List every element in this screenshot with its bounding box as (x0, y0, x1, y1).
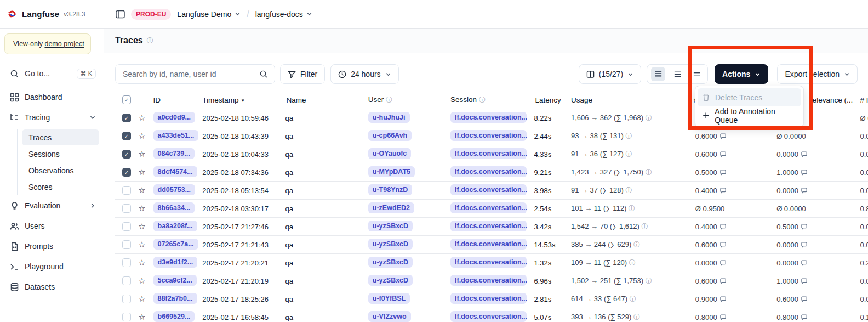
user-badge[interactable]: u-VlZzvwo (368, 311, 411, 322)
user-badge[interactable]: u-MYpDAT5 (368, 166, 415, 177)
sidebar-item-sessions[interactable]: Sessions (22, 146, 99, 162)
trace-id-badge[interactable]: 8b66a34... (153, 202, 195, 213)
session-badge[interactable]: lf.docs.conversation... (450, 239, 527, 250)
select-all-checkbox[interactable]: ✓ (122, 95, 131, 104)
row-checkbox[interactable] (122, 222, 131, 231)
star-icon[interactable]: ☆ (138, 222, 145, 231)
column-header-id[interactable]: ID (153, 91, 201, 109)
trace-id-badge[interactable]: 07265c7a... (153, 239, 198, 250)
row-checkbox[interactable]: ✓ (122, 150, 131, 159)
session-badge[interactable]: lf.docs.conversation... (450, 275, 527, 286)
org-switcher[interactable]: Langfuse Demo (177, 10, 241, 19)
table-row[interactable]: ☆5cca9cf2...2025-02-17 21:20:19qau-yzSBx… (115, 272, 868, 290)
column-header-name[interactable]: Name (281, 91, 363, 109)
row-height-medium-button[interactable] (670, 67, 684, 81)
star-icon[interactable]: ☆ (138, 276, 145, 285)
user-badge[interactable]: u-yzSBxcD (368, 221, 413, 231)
star-icon[interactable]: ☆ (138, 312, 145, 321)
table-row[interactable]: ☆8b66a34...2025-02-18 03:30:17qau-zEwdED… (115, 200, 868, 218)
star-icon[interactable]: ☆ (138, 167, 145, 177)
table-row[interactable]: ☆b669529...2025-02-17 16:58:45qau-VlZzvw… (115, 308, 868, 322)
session-badge[interactable]: lf.docs.conversation... (450, 311, 527, 322)
table-row[interactable]: ☆88f2a7b0...2025-02-17 18:25:26qau-f0YfB… (115, 290, 868, 308)
sidebar-item-evaluation[interactable]: Evaluation (5, 197, 99, 214)
row-checkbox[interactable] (122, 276, 131, 285)
user-badge[interactable]: u-zEwdED2 (368, 202, 414, 213)
sidebar-item-tracing[interactable]: Tracing (5, 109, 99, 126)
row-checkbox[interactable]: ✓ (122, 132, 131, 140)
table-row[interactable]: ☆ba8a208f...2025-02-17 21:27:46qau-yzSBx… (115, 218, 868, 236)
sidebar-item-dashboard[interactable]: Dashboard (5, 89, 99, 105)
sidebar-item-users[interactable]: Users (5, 218, 99, 234)
sidebar-item-observations[interactable]: Observations (22, 162, 99, 178)
table-row[interactable]: ☆d3e9d1f2...2025-02-17 21:20:21qau-yzSBx… (115, 254, 868, 272)
column-visibility-button[interactable]: (15/27) (579, 64, 641, 84)
row-checkbox[interactable] (122, 258, 131, 267)
user-badge[interactable]: u-T98YnzD (368, 184, 413, 195)
search-icon[interactable] (256, 70, 275, 78)
demo-project-link[interactable]: demo project (44, 40, 84, 48)
trace-id-badge[interactable]: 88f2a7b0... (153, 293, 197, 304)
session-badge[interactable]: lf.docs.conversation... (450, 257, 527, 268)
sidebar-item-playground[interactable]: Playground (5, 258, 99, 275)
trace-id-badge[interactable]: a433de51... (153, 130, 198, 141)
sidebar-item-datasets[interactable]: Datasets (5, 279, 99, 295)
column-header-score3[interactable]: # H (857, 91, 868, 109)
row-checkbox[interactable] (122, 204, 131, 213)
trace-id-badge[interactable]: b669529... (153, 311, 195, 322)
trace-id-badge[interactable]: ba8a208f... (153, 221, 197, 231)
export-selection-button[interactable]: Export selection (777, 64, 858, 84)
session-badge[interactable]: lf.docs.conversation... (450, 130, 527, 141)
row-checkbox[interactable] (122, 295, 131, 303)
sidebar-item-prompts[interactable]: Prompts (5, 238, 99, 255)
column-header-timestamp[interactable]: Timestamp ▼ (200, 91, 281, 109)
row-height-large-button[interactable] (689, 67, 704, 81)
menu-item-add-to-annotation-queue[interactable]: Add to Annotation Queue (698, 106, 801, 125)
row-checkbox[interactable]: ✓ (122, 168, 131, 177)
menu-item-delete-traces[interactable]: Delete Traces (698, 88, 801, 106)
project-switcher[interactable]: langfuse-docs (255, 10, 312, 19)
user-badge[interactable]: u-yzSBxcD (368, 257, 413, 268)
row-checkbox[interactable] (122, 186, 131, 195)
user-badge[interactable]: u-yzSBxcD (368, 239, 413, 250)
user-badge[interactable]: u-yzSBxcD (368, 275, 413, 286)
actions-button[interactable]: Actions (715, 64, 768, 84)
user-badge[interactable]: u-huJhuJi (368, 112, 410, 123)
session-badge[interactable]: lf.docs.conversation... (450, 221, 527, 231)
row-checkbox[interactable] (122, 240, 131, 249)
session-badge[interactable]: lf.docs.conversation... (450, 112, 527, 123)
session-badge[interactable]: lf.docs.conversation... (450, 148, 527, 159)
search-input[interactable] (116, 70, 256, 78)
row-height-small-button[interactable] (651, 67, 665, 81)
trace-id-badge[interactable]: 5cca9cf2... (153, 275, 197, 286)
table-row[interactable]: ✓☆8dcf4574...2025-02-18 07:34:36qau-MYpD… (115, 163, 868, 182)
star-icon[interactable]: ☆ (138, 131, 145, 140)
trace-id-badge[interactable]: 8dcf4574... (153, 166, 197, 177)
star-icon[interactable]: ☆ (138, 185, 145, 195)
star-icon[interactable]: ☆ (138, 204, 145, 213)
star-icon[interactable]: ☆ (138, 258, 145, 267)
session-badge[interactable]: lf.docs.conversation... (450, 293, 527, 304)
column-header-usage[interactable]: Usage (565, 91, 691, 109)
sidebar-item-scores[interactable]: Scores (22, 179, 99, 195)
trace-id-badge[interactable]: 084c739... (153, 148, 195, 159)
trace-id-badge[interactable]: a0cd0d9... (153, 112, 195, 123)
column-header-latency[interactable]: Latency (529, 91, 565, 109)
user-badge[interactable]: u-f0YfBSL (368, 293, 410, 304)
panel-toggle-icon[interactable] (116, 10, 125, 19)
table-row[interactable]: ☆07265c7a...2025-02-17 21:21:43qau-yzSBx… (115, 236, 868, 254)
star-icon[interactable]: ☆ (138, 240, 145, 249)
trace-id-badge[interactable]: d3e9d1f2... (153, 257, 198, 268)
table-row[interactable]: ✓☆084c739...2025-02-18 10:04:33qau-OYauo… (115, 145, 868, 163)
star-icon[interactable]: ☆ (138, 113, 145, 122)
user-badge[interactable]: u-cp66Avh (368, 130, 412, 141)
session-badge[interactable]: lf.docs.conversation... (450, 202, 527, 213)
filter-button[interactable]: Filter (280, 64, 325, 84)
table-row[interactable]: ☆dd05753...2025-02-18 05:13:54qau-T98Ynz… (115, 182, 868, 200)
session-badge[interactable]: lf.docs.conversation... (450, 166, 527, 177)
user-badge[interactable]: u-OYauofc (368, 148, 412, 159)
column-header-user[interactable]: User ⓘ (363, 91, 446, 109)
star-icon[interactable]: ☆ (138, 294, 145, 303)
column-header-session[interactable]: Session ⓘ (446, 91, 529, 109)
row-checkbox[interactable] (122, 313, 131, 321)
